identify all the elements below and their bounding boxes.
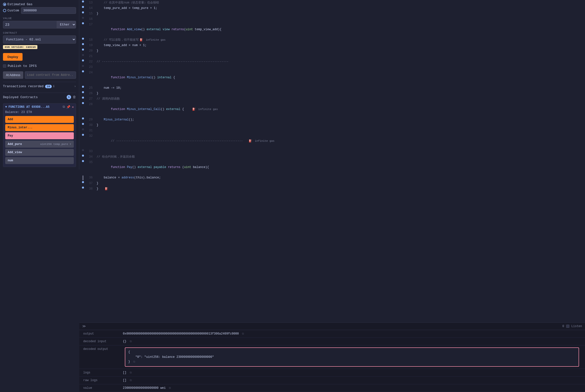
copy-value-icon[interactable]: ⧉	[169, 386, 171, 390]
output-key-logs: logs	[83, 371, 123, 374]
output-key-value: value	[83, 386, 123, 390]
add-pure-expand[interactable]: ▾	[70, 142, 71, 146]
code-line-14: 14 temp_pure_add = temp_pure + 1;	[79, 6, 585, 11]
left-panel-scroll: Estimated Gas Custom VALUE wei gwei Ethe…	[0, 0, 79, 170]
estimated-gas-label: Estimated Gas	[7, 2, 32, 6]
deployed-contracts-label: Deployed Contracts	[3, 96, 65, 99]
address-row: At Address	[3, 71, 76, 79]
pay-function-button[interactable]: Pay	[5, 132, 74, 139]
instance-collapse-icon[interactable]: ▼	[5, 105, 7, 109]
copy-decoded-input-icon[interactable]: ⧉	[130, 340, 132, 343]
pay-function-label: Pay	[8, 134, 71, 138]
code-line-30: 30 }	[79, 122, 585, 128]
code-line-32: 32 // ----------------------------------…	[79, 133, 585, 149]
code-line-31: 31	[79, 128, 585, 133]
contract-label: CONTRACT	[3, 32, 76, 34]
custom-gas-input[interactable]	[21, 7, 76, 14]
value-row: wei gwei Ether	[3, 21, 76, 28]
code-line-24: 24 function Minus_internal() internal {	[79, 70, 585, 85]
code-line-34: 34 // 给合约转账，并返回余额	[79, 154, 585, 160]
at-address-button[interactable]: At Address	[3, 71, 23, 79]
output-val-logs: [] ⧉	[123, 371, 581, 374]
output-panel: ≫ 0 Listen output 0x00000000000000000000…	[79, 322, 585, 392]
transactions-label: Transactions recorded	[3, 84, 43, 88]
add-pure-function-button[interactable]: Add_pure uint256 temp_pure ▾	[5, 140, 74, 148]
output-row-decoded-input: decoded input {} ⧉	[79, 338, 585, 346]
evm-badge: evm version: cancun	[3, 45, 37, 49]
listen-count: 0	[563, 324, 564, 328]
output-row-value: value 23000000000000000000 wei ⧉	[79, 384, 585, 392]
publish-checkbox[interactable]	[3, 64, 6, 68]
listen-row: 0 Listen	[563, 324, 582, 328]
load-contract-input[interactable]	[25, 71, 76, 79]
value-input[interactable]	[3, 21, 57, 28]
output-key-decoded-input: decoded input	[83, 340, 123, 343]
decoded-output-box: { "0": "uint256: balance 230000000000000…	[125, 348, 579, 367]
code-line-19: 19 temp_view_add = num + 1;	[79, 42, 585, 48]
output-row-decoded-output: decoded output { "0": "uint256: balance …	[79, 346, 585, 369]
output-key-raw-logs: raw logs	[83, 378, 123, 382]
code-line-28: 28 function Minus_internal_Call() extern…	[79, 102, 585, 117]
pin-instance-icon[interactable]: 📌	[66, 105, 70, 109]
transactions-expand-arrow[interactable]: ›	[74, 84, 76, 88]
add-view-label: Add_view	[8, 151, 71, 154]
add-function-button[interactable]: Add	[5, 116, 74, 123]
left-panel: Estimated Gas Custom VALUE wei gwei Ethe…	[0, 0, 79, 392]
custom-gas-label: Custom	[7, 9, 19, 12]
deployed-contracts-badge: 1	[67, 95, 71, 99]
code-line-18: 18 // 可以读取，但不能改写⛽ infinite gas	[79, 37, 585, 42]
deploy-button[interactable]: Deploy	[3, 53, 22, 61]
num-function-button[interactable]: num	[5, 157, 74, 164]
copy-decoded-output-icon[interactable]: ⧉	[133, 360, 135, 364]
contract-select[interactable]: Functions - 02.sol	[3, 36, 76, 44]
copy-raw-logs-icon[interactable]: ⧉	[130, 379, 132, 382]
estimated-gas-row: Estimated Gas	[3, 2, 76, 6]
num-label: num	[8, 159, 71, 162]
value-label: VALUE	[3, 17, 76, 20]
decoded-output-content: { "0": "uint256: balance 230000000000000…	[128, 350, 576, 364]
code-line-29: 29 Minus_internal();	[79, 117, 585, 122]
code-line-36: 36 balance = address(this).balance;	[79, 175, 585, 181]
output-toggle-row: ≫ 0 Listen	[79, 322, 585, 330]
right-panel: 13 // 在其中读取num（状态变量）也会报错 14 temp_pure_ad…	[79, 0, 585, 392]
custom-gas-row: Custom	[3, 7, 76, 14]
code-line-22: 22 // ----------------------------------…	[79, 59, 585, 64]
close-instance-icon[interactable]: ✕	[72, 105, 74, 109]
output-row-logs: logs [] ⧉	[79, 369, 585, 377]
custom-gas-radio[interactable]	[3, 9, 6, 12]
output-row-raw-logs: raw logs [] ⧉	[79, 377, 585, 384]
code-line-35: 35 function Pay() external payable retur…	[79, 160, 585, 175]
value-section: VALUE wei gwei Ether	[3, 17, 76, 28]
copy-instance-icon[interactable]: ⧉	[63, 105, 65, 109]
add-view-function-button[interactable]: Add_view	[5, 149, 74, 156]
transactions-info-icon[interactable]: ℹ	[53, 84, 54, 88]
publish-row: Publish to IPFS	[3, 64, 76, 68]
estimated-gas-option[interactable]: Estimated Gas	[3, 2, 32, 6]
code-line-13: 13 // 在其中读取num（状态变量）也会报错	[79, 0, 585, 6]
deployed-contracts-header: Deployed Contracts 1 🗑	[3, 93, 76, 101]
code-editor: 13 // 在其中读取num（状态变量）也会报错 14 temp_pure_ad…	[79, 0, 585, 322]
output-toggle-icon[interactable]: ≫	[82, 324, 86, 328]
contract-section: CONTRACT Functions - 02.sol evm version:…	[3, 32, 76, 49]
listen-checkbox[interactable]	[566, 324, 570, 328]
output-key-decoded-output: decoded output	[83, 348, 123, 351]
custom-gas-option[interactable]: Custom	[3, 9, 19, 12]
add-pure-label: Add_pure	[8, 142, 39, 146]
code-line-26: 26 }	[79, 91, 585, 96]
instance-icons: ⧉ 📌 ✕	[63, 105, 74, 109]
code-line-16: 16	[79, 16, 585, 22]
code-line-33: 33	[79, 149, 585, 154]
code-line-23: 23	[79, 64, 585, 70]
estimated-gas-radio[interactable]	[3, 3, 6, 6]
value-unit-select[interactable]: wei gwei Ether	[57, 21, 76, 28]
output-val-decoded-output: { "0": "uint256: balance 230000000000000…	[123, 348, 581, 367]
output-val-raw-logs: [] ⧉	[123, 378, 581, 382]
copy-output-icon[interactable]: ⧉	[242, 332, 244, 335]
trash-icon[interactable]: 🗑	[72, 95, 76, 99]
minus-internal-call-button[interactable]: Minus_inter...	[5, 124, 74, 131]
code-line-37: 37 }	[79, 181, 585, 186]
copy-logs-icon[interactable]: ⧉	[130, 371, 132, 374]
add-pure-param: uint256 temp_pure	[40, 143, 68, 146]
code-line-20: 20 }	[79, 48, 585, 54]
instance-header: ▼ FUNCTIONS AT 0X9D8...A5 ⧉ 📌 ✕	[5, 105, 74, 109]
